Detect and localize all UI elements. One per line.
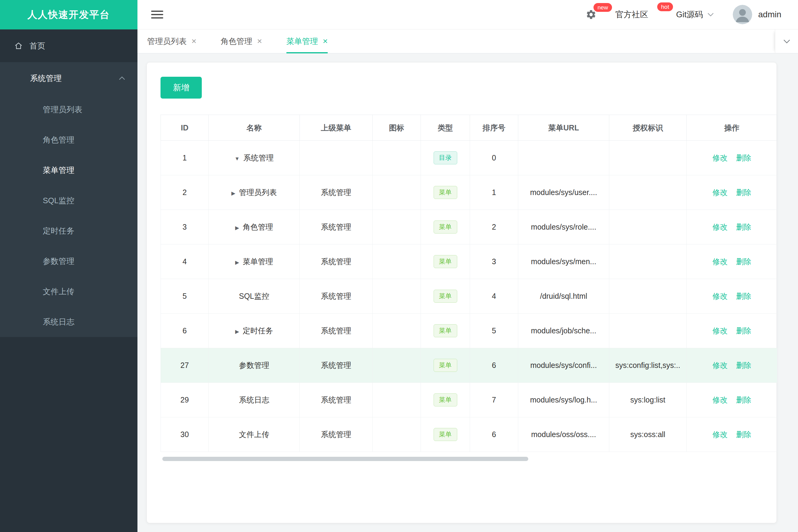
tabs-collapse-button[interactable]	[775, 30, 798, 53]
cell-name: 参数管理	[209, 348, 300, 383]
cell-icon	[373, 245, 421, 279]
menu-name: 系统管理	[243, 153, 274, 162]
git-source-link[interactable]: Git源码	[676, 9, 714, 20]
menu-name: 定时任务	[243, 326, 273, 335]
delete-link[interactable]: 删除	[736, 326, 751, 335]
settings-button[interactable]: new	[586, 9, 596, 20]
cell-parent: 系统管理	[300, 245, 373, 279]
type-badge: 目录	[433, 151, 457, 164]
cell-parent: 系统管理	[300, 175, 373, 210]
expand-caret-icon[interactable]: ▶	[235, 225, 239, 231]
tab[interactable]: 菜单管理×	[286, 30, 328, 53]
column-header-name: 名称	[209, 115, 300, 141]
cell-parent: 系统管理	[300, 314, 373, 348]
cell-actions: 修改删除	[687, 141, 777, 175]
menu-name: 系统日志	[239, 396, 270, 404]
edit-link[interactable]: 修改	[712, 188, 728, 196]
new-badge: new	[594, 3, 612, 12]
cell-order: 4	[470, 279, 518, 314]
close-icon[interactable]: ×	[323, 37, 328, 45]
edit-link[interactable]: 修改	[712, 257, 728, 266]
cell-name: ▼系统管理	[209, 141, 300, 175]
table-row: 1▼系统管理目录0修改删除	[161, 141, 777, 175]
edit-link[interactable]: 修改	[712, 361, 728, 369]
sidebar-group-header[interactable]: 系统管理	[0, 62, 137, 94]
sidebar-item[interactable]: 管理员列表	[0, 94, 137, 125]
community-link[interactable]: 官方社区 hot	[615, 9, 657, 20]
cell-name: SQL监控	[209, 279, 300, 314]
horizontal-scrollbar	[161, 457, 777, 461]
sidebar-item[interactable]: 定时任务	[0, 216, 137, 246]
menu-name: 菜单管理	[243, 257, 273, 266]
column-header-actions: 操作	[687, 115, 777, 141]
cell-order: 3	[470, 245, 518, 279]
delete-link[interactable]: 删除	[736, 257, 751, 266]
delete-link[interactable]: 删除	[736, 153, 751, 162]
table-header: ID 名称 上级菜单 图标 类型 排序号 菜单URL 授权标识 操作	[161, 115, 777, 141]
cell-icon	[373, 141, 421, 175]
edit-link[interactable]: 修改	[712, 153, 728, 162]
sidebar-item[interactable]: 菜单管理	[0, 155, 137, 185]
delete-link[interactable]: 删除	[736, 396, 751, 404]
sidebar-item[interactable]: 参数管理	[0, 246, 137, 276]
sidebar-item[interactable]: 系统日志	[0, 307, 137, 337]
cell-actions: 修改删除	[687, 383, 777, 417]
topbar: new 官方社区 hot Git源码	[137, 0, 798, 30]
brand-logo: 人人快速开发平台	[0, 0, 137, 30]
expand-caret-icon[interactable]: ▶	[235, 260, 239, 265]
edit-link[interactable]: 修改	[712, 292, 728, 300]
sidebar-group-label: 系统管理	[30, 73, 61, 84]
edit-link[interactable]: 修改	[712, 396, 728, 404]
cell-type: 菜单	[421, 383, 470, 417]
expand-caret-icon[interactable]: ▶	[235, 329, 239, 335]
edit-link[interactable]: 修改	[712, 326, 728, 335]
tab-bar: 管理员列表×角色管理×菜单管理×	[137, 30, 798, 53]
table-row: 5SQL监控系统管理菜单4/druid/sql.html修改删除	[161, 279, 777, 314]
chevron-down-icon	[707, 13, 714, 17]
cell-perm	[609, 279, 687, 314]
cell-perm	[609, 175, 687, 210]
add-button[interactable]: 新增	[161, 77, 202, 99]
menu-name: SQL监控	[239, 292, 269, 300]
cell-order: 0	[470, 141, 518, 175]
cell-type: 菜单	[421, 175, 470, 210]
edit-link[interactable]: 修改	[712, 430, 728, 439]
sidebar-group-system: 系统管理 管理员列表角色管理菜单管理SQL监控定时任务参数管理文件上传系统日志	[0, 62, 137, 337]
delete-link[interactable]: 删除	[736, 430, 751, 439]
cell-icon	[373, 210, 421, 245]
tab[interactable]: 角色管理×	[221, 30, 262, 53]
sidebar-item[interactable]: SQL监控	[0, 185, 137, 216]
cell-url: modules/sys/log.h...	[518, 383, 609, 417]
cell-id: 30	[161, 417, 209, 452]
cell-perm	[609, 245, 687, 279]
cell-parent: 系统管理	[300, 210, 373, 245]
sidebar-item[interactable]: 角色管理	[0, 125, 137, 155]
cell-parent: 系统管理	[300, 279, 373, 314]
delete-link[interactable]: 删除	[736, 292, 751, 300]
delete-link[interactable]: 删除	[736, 223, 751, 231]
close-icon[interactable]: ×	[191, 37, 196, 45]
user-name: admin	[758, 10, 781, 19]
user-menu[interactable]: admin	[733, 5, 781, 24]
edit-link[interactable]: 修改	[712, 223, 728, 231]
close-icon[interactable]: ×	[257, 37, 262, 45]
hamburger-menu-icon[interactable]	[151, 8, 163, 21]
avatar	[733, 5, 752, 24]
content-area: 新增 ID 名称 上级菜单 图标 类型 排	[137, 53, 798, 532]
sidebar-item-home[interactable]: 首页	[0, 30, 137, 62]
cell-perm	[609, 141, 687, 175]
collapse-caret-icon[interactable]: ▼	[235, 156, 240, 162]
delete-link[interactable]: 删除	[736, 188, 751, 196]
sidebar-item[interactable]: 文件上传	[0, 276, 137, 307]
cell-parent: 系统管理	[300, 383, 373, 417]
tab[interactable]: 管理员列表×	[147, 30, 196, 53]
delete-link[interactable]: 删除	[736, 361, 751, 369]
git-label: Git源码	[676, 9, 703, 20]
scrollbar-thumb[interactable]	[162, 457, 528, 461]
hot-badge: hot	[657, 2, 673, 11]
cell-order: 5	[470, 314, 518, 348]
cell-actions: 修改删除	[687, 210, 777, 245]
cell-order: 6	[470, 348, 518, 383]
expand-caret-icon[interactable]: ▶	[231, 190, 235, 196]
cell-url: modules/sys/confi...	[518, 348, 609, 383]
